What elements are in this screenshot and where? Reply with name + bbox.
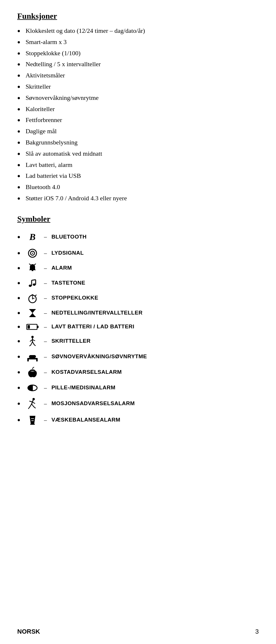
sym-dash: –: [44, 233, 47, 241]
sovn-svg: [27, 352, 38, 362]
list-item-text: Nedtelling / 5 x intervallteller: [26, 60, 101, 69]
symbol-label: STOPPEKLOKKE: [51, 294, 98, 302]
list-item: Søvnovervåkning/søvnrytme: [17, 94, 259, 102]
pille-svg: [27, 383, 38, 393]
list-item-text: Slå av automatisk ved midnatt: [26, 149, 102, 158]
svg-line-30: [34, 345, 35, 346]
list-item-text: Fettforbrenner: [26, 116, 62, 125]
symbol-item-kost: – KOSTADVARSELSALARM: [17, 367, 259, 378]
symbol-label: TASTETONE: [51, 279, 85, 287]
symbol-item-stoppeklokke: – STOPPEKLOKKE: [17, 293, 259, 303]
mosjon-icon: [26, 398, 39, 410]
svg-point-2: [32, 253, 33, 254]
batteri-svg: [26, 323, 39, 331]
list-item-text: Klokkeslett og dato (12/24 timer – dag/d…: [26, 26, 145, 35]
sym-dash: –: [44, 279, 47, 287]
list-item: Slå av automatisk ved midnatt: [17, 149, 259, 158]
svg-rect-18: [29, 316, 36, 317]
svg-line-45: [34, 407, 35, 408]
nedtelling-svg: [27, 308, 38, 318]
svg-line-5: [34, 264, 36, 265]
vaske-svg: [27, 414, 38, 426]
list-item: Skritteller: [17, 82, 259, 91]
svg-line-27: [31, 342, 32, 345]
sym-dash: –: [44, 294, 47, 302]
stoppeklokke-icon: [26, 293, 39, 303]
list-item-text: Stoppeklokke (1/100): [26, 49, 80, 58]
skritteller-svg: [27, 336, 38, 347]
sym-dash: –: [44, 368, 47, 376]
sym-dash: –: [44, 353, 47, 361]
sym-dash: –: [44, 416, 47, 424]
symbol-label: KOSTADVARSELSALARM: [51, 368, 122, 376]
list-item-text: Bluetooth 4.0: [26, 183, 60, 192]
symbol-label: BLUETOOTH: [51, 233, 87, 241]
symbol-label: LYDSIGNAL: [51, 249, 84, 257]
kost-icon: [26, 367, 39, 378]
symbol-item-skritteller: – SKRITTELLER: [17, 336, 259, 347]
symbol-label: NEDTELLING/INTERVALLTELLER: [51, 309, 143, 317]
list-item-text: Lad batteriet via USB: [26, 172, 81, 180]
batteri-icon: [26, 323, 39, 331]
sym-dash: –: [44, 384, 47, 392]
svg-line-40: [30, 401, 32, 402]
svg-line-10: [32, 280, 36, 280]
svg-rect-22: [28, 325, 30, 329]
symboler-title: Symboler: [17, 214, 259, 224]
list-item: Bakgrunnsbelysning: [17, 138, 259, 147]
list-item: Nedtelling / 5 x intervallteller: [17, 60, 259, 69]
svg-line-28: [32, 342, 34, 345]
symbol-item-alarm: – ALARM: [17, 263, 259, 273]
svg-line-4: [29, 264, 30, 265]
kost-svg: [27, 367, 38, 378]
list-item-text: Aktivitetsmåler: [26, 71, 65, 80]
svg-rect-31: [27, 358, 38, 359]
pille-icon: [26, 383, 39, 393]
footer-page-number: 3: [255, 628, 259, 635]
sym-dash: –: [44, 323, 47, 331]
svg-rect-14: [32, 294, 33, 295]
symbol-label: LAVT BATTERI / LAD BATTERI: [51, 323, 134, 331]
symbol-label: SØVNOVERVÅKNING/SØVNRYTME: [51, 353, 147, 361]
footer-language: NORSK: [17, 628, 40, 635]
list-item: Klokkeslett og dato (12/24 timer – dag/d…: [17, 26, 259, 35]
symbol-item-vaske: – VÆSKEBALANSEALARM: [17, 414, 259, 426]
symboler-list: B – BLUETOOTH – LYDSIGNAL: [17, 230, 259, 426]
list-item-text: Søvnovervåkning/søvnrytme: [26, 94, 99, 102]
skritteller-icon: [26, 336, 39, 347]
list-item-text: Skritteller: [26, 82, 51, 91]
symbol-item-bluetooth: B – BLUETOOTH: [17, 230, 259, 243]
svg-rect-17: [29, 309, 36, 310]
symbol-item-pille: – PILLE-/MEDISINALARM: [17, 383, 259, 393]
nedtelling-icon: [26, 308, 39, 318]
svg-rect-32: [27, 359, 29, 361]
sym-dash: –: [44, 264, 47, 272]
list-item-text: Lavt batteri, alarm: [26, 161, 72, 169]
list-item: Kaloriteller: [17, 105, 259, 114]
list-item: Smart-alarm x 3: [17, 38, 259, 47]
symbol-label: SKRITTELLER: [51, 337, 91, 345]
page-footer: NORSK 3: [17, 628, 259, 635]
list-item: Daglige mål: [17, 127, 259, 136]
svg-rect-35: [29, 355, 36, 358]
svg-rect-21: [37, 326, 39, 328]
vaske-icon: [26, 414, 39, 426]
svg-rect-46: [30, 424, 35, 425]
symboler-section: Symboler B – BLUETOOTH – LYDSIGNAL: [17, 214, 259, 426]
list-item: Bluetooth 4.0: [17, 183, 259, 192]
svg-line-29: [30, 345, 31, 346]
sym-dash: –: [44, 400, 47, 408]
symbol-label: VÆSKEBALANSEALARM: [51, 416, 120, 424]
lydsignal-svg: [27, 248, 38, 258]
list-item-text: Daglige mål: [26, 127, 57, 136]
tastetone-icon: [26, 278, 39, 288]
mosjon-svg: [27, 398, 38, 410]
list-item-text: Bakgrunnsbelysning: [26, 138, 78, 147]
sym-dash: –: [44, 337, 47, 345]
svg-line-41: [32, 402, 35, 403]
funksjoner-title: Funksjoner: [17, 12, 259, 21]
list-item: Aktivitetsmåler: [17, 71, 259, 80]
sym-dash: –: [44, 309, 47, 317]
funksjoner-list: Klokkeslett og dato (12/24 timer – dag/d…: [17, 26, 259, 203]
symbol-item-sovn: – SØVNOVERVÅKNING/SØVNRYTME: [17, 352, 259, 362]
